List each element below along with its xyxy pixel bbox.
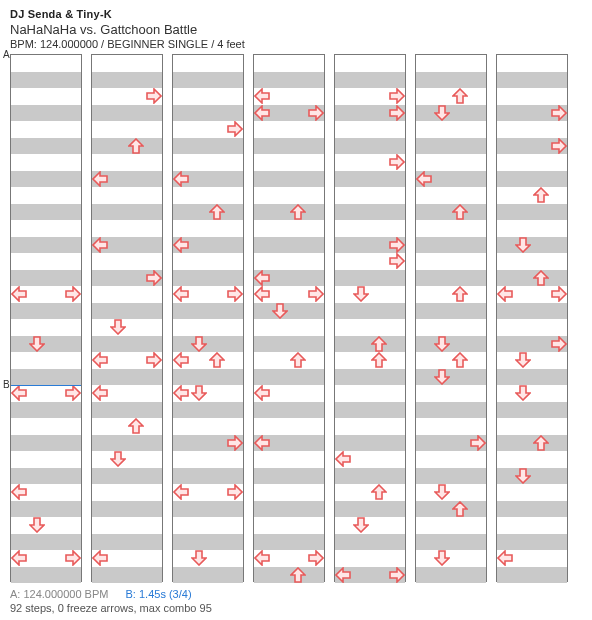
step-arrow-u: [371, 352, 387, 368]
step-arrow-r: [551, 138, 567, 154]
step-arrow-d: [353, 517, 369, 533]
step-arrow-r: [146, 270, 162, 286]
step-arrow-u: [371, 484, 387, 500]
step-arrow-d: [272, 303, 288, 319]
step-arrow-d: [110, 319, 126, 335]
step-arrow-d: [434, 550, 450, 566]
step-arrow-u: [128, 418, 144, 434]
step-arrow-r: [389, 105, 405, 121]
step-arrow-d: [110, 451, 126, 467]
step-arrow-l: [92, 171, 108, 187]
step-arrow-u: [209, 204, 225, 220]
step-arrow-r: [389, 88, 405, 104]
step-arrow-r: [227, 286, 243, 302]
chart-column: [496, 54, 568, 582]
legend-b: B: 1.45s (3/4): [126, 588, 192, 600]
step-arrow-d: [515, 352, 531, 368]
step-arrow-r: [551, 336, 567, 352]
step-arrow-r: [65, 550, 81, 566]
step-arrow-r: [389, 154, 405, 170]
step-arrow-l: [416, 171, 432, 187]
step-arrow-l: [254, 286, 270, 302]
step-arrow-r: [389, 567, 405, 583]
section-marker: B: [3, 379, 10, 390]
step-arrow-u: [452, 286, 468, 302]
step-arrow-d: [29, 517, 45, 533]
step-arrow-u: [452, 204, 468, 220]
step-arrow-l: [254, 550, 270, 566]
artist-name: DJ Senda & Tiny-K: [10, 8, 582, 20]
step-arrow-d: [515, 385, 531, 401]
step-arrow-r: [65, 286, 81, 302]
step-arrow-u: [209, 352, 225, 368]
step-arrow-l: [11, 484, 27, 500]
step-arrow-d: [191, 336, 207, 352]
step-chart: AB: [10, 54, 582, 582]
step-arrow-d: [191, 385, 207, 401]
step-arrow-l: [92, 550, 108, 566]
step-arrow-u: [452, 501, 468, 517]
step-arrow-l: [173, 237, 189, 253]
chart-summary: 92 steps, 0 freeze arrows, max combo 95: [10, 602, 582, 614]
step-arrow-d: [434, 369, 450, 385]
chart-column: [415, 54, 487, 582]
chart-column: [172, 54, 244, 582]
step-arrow-l: [11, 385, 27, 401]
chart-column: AB: [10, 54, 82, 582]
section-marker: A: [3, 49, 10, 60]
step-arrow-l: [11, 286, 27, 302]
step-arrow-l: [11, 550, 27, 566]
step-arrow-l: [335, 451, 351, 467]
step-arrow-r: [308, 550, 324, 566]
step-arrow-l: [335, 567, 351, 583]
step-arrow-l: [173, 286, 189, 302]
chart-column: [253, 54, 325, 582]
step-arrow-r: [146, 88, 162, 104]
step-arrow-l: [254, 270, 270, 286]
step-arrow-r: [389, 253, 405, 269]
step-arrow-r: [227, 435, 243, 451]
step-arrow-u: [128, 138, 144, 154]
step-arrow-u: [533, 187, 549, 203]
step-arrow-u: [290, 204, 306, 220]
step-arrow-r: [65, 385, 81, 401]
step-arrow-u: [452, 352, 468, 368]
step-arrow-l: [173, 352, 189, 368]
step-arrow-l: [497, 286, 513, 302]
step-arrow-l: [254, 385, 270, 401]
step-arrow-l: [254, 88, 270, 104]
chart-column: [91, 54, 163, 582]
step-arrow-l: [173, 484, 189, 500]
step-arrow-u: [290, 567, 306, 583]
step-arrow-l: [173, 171, 189, 187]
step-arrow-d: [191, 550, 207, 566]
song-title: NaHaNaHa vs. Gattchoon Battle: [10, 22, 582, 37]
chart-column: [334, 54, 406, 582]
step-arrow-u: [290, 352, 306, 368]
step-arrow-r: [227, 484, 243, 500]
step-arrow-u: [371, 336, 387, 352]
section-divider: [11, 385, 81, 386]
step-arrow-d: [353, 286, 369, 302]
step-arrow-r: [551, 105, 567, 121]
step-arrow-r: [227, 121, 243, 137]
step-arrow-d: [29, 336, 45, 352]
step-arrow-r: [146, 352, 162, 368]
legend-a: A: 124.000000 BPM: [10, 588, 108, 600]
step-arrow-d: [515, 468, 531, 484]
chart-meta: BPM: 124.000000 / BEGINNER SINGLE / 4 fe…: [10, 38, 582, 50]
step-arrow-l: [92, 352, 108, 368]
step-arrow-d: [434, 484, 450, 500]
step-arrow-u: [452, 88, 468, 104]
step-arrow-u: [533, 435, 549, 451]
step-arrow-r: [389, 237, 405, 253]
step-arrow-d: [434, 105, 450, 121]
step-arrow-l: [92, 385, 108, 401]
step-arrow-l: [254, 435, 270, 451]
legend: A: 124.000000 BPM B: 1.45s (3/4): [10, 588, 582, 600]
step-arrow-r: [308, 286, 324, 302]
step-arrow-d: [434, 336, 450, 352]
step-arrow-d: [515, 237, 531, 253]
step-arrow-u: [533, 270, 549, 286]
step-arrow-l: [254, 105, 270, 121]
